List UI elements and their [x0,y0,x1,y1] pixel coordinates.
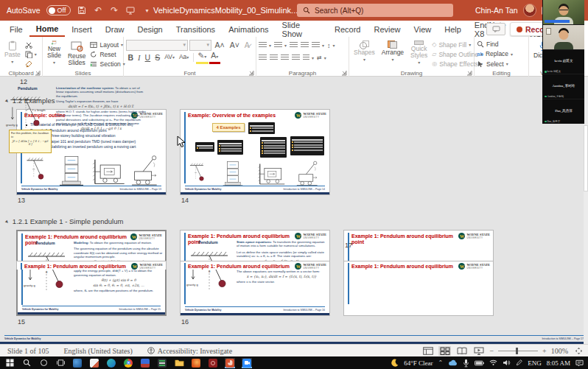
language-badge[interactable]: ENG [528,359,542,367]
align-left-button[interactable] [259,53,267,62]
mail-app-icon[interactable] [72,358,83,368]
smartart-button[interactable]: ⇄▾ [317,53,326,62]
search-input[interactable]: Search (Alt+Q) [297,4,453,17]
copy-button[interactable]: ▾ [25,50,37,58]
volume-icon[interactable] [503,359,511,366]
user-name[interactable]: Chin-An Tan [475,6,518,15]
clock[interactable]: 8:05 AM [547,359,570,367]
font-size-select[interactable] [189,40,211,51]
acrobat-icon[interactable] [208,358,218,368]
task-view-icon[interactable] [55,358,66,368]
participant-video-1[interactable] [543,0,584,25]
zoom-slider[interactable] [498,351,538,351]
paragraph-dialog-launcher[interactable] [341,70,347,76]
drawing-dialog-launcher[interactable] [466,70,472,76]
chrome-icon[interactable] [123,358,133,368]
shrink-font-button[interactable]: A˅ [228,41,241,50]
line-spacing-button[interactable]: ▾ [312,41,324,50]
participant-tile-4[interactable]: Auntina_李时玲 Auntina_李时玲 [543,74,584,99]
select-button[interactable]: Select▾ [477,60,513,68]
find-button[interactable]: Find [477,41,513,48]
bullets-button[interactable]: ▾ [259,41,271,50]
quick-access-chevron-icon[interactable]: ▾ [141,5,152,15]
pen-icon[interactable] [516,359,522,366]
tab-record[interactable]: Record [328,21,367,37]
redo-icon[interactable]: ↷ [109,5,119,15]
change-case-button[interactable]: Aa▾ [177,52,190,63]
slide-thumbnail-15[interactable]: Example 1: Pendulum around equilibrium p… [16,230,167,316]
comments-button[interactable] [486,23,505,35]
bold-button[interactable]: B [126,53,136,63]
format-painter-button[interactable] [25,60,37,68]
font-color-button[interactable]: A▾ [209,51,220,64]
slide-thumbnail-17[interactable]: Example 1: Pendulum around equilibrium p… [343,230,494,316]
zoom-level[interactable]: 100% [551,347,568,355]
participant-video-2[interactable] [543,25,584,50]
tab-insert[interactable]: Insert [65,21,99,37]
slide-counter[interactable]: Slide 1 of 105 [0,347,56,355]
wifi-icon[interactable] [489,359,497,366]
edge-icon[interactable] [106,358,116,368]
document-title[interactable]: VehicleDynamicsMobility_00_Simulink...▾ [153,0,304,21]
tab-slide-show[interactable]: Slide Show [276,21,328,37]
highlight-color-button[interactable]: ✎▾ [196,51,209,64]
align-center-button[interactable] [270,53,278,62]
tab-home[interactable]: Home [29,21,66,37]
matlab-icon[interactable] [191,358,201,368]
reset-button[interactable]: Reset [90,50,125,58]
save-icon[interactable] [77,5,87,15]
participant-tile-5[interactable]: Dan_高丹萍 Dan_高丹萍 [543,99,584,124]
paste-button[interactable]: Paste▾ [2,39,23,68]
clipboard-dialog-launcher[interactable] [35,70,41,76]
file-explorer-icon[interactable] [174,358,184,368]
slide-thumbnail-16[interactable]: Example 1: Pendulum around equilibrium p… [180,230,330,316]
autosave-toggle[interactable]: Off [46,5,71,15]
tab-review[interactable]: Review [368,21,407,37]
powerpoint-taskbar-icon[interactable] [225,358,235,368]
tab-animations[interactable]: Animations [222,21,275,37]
slide-thumbnail-20[interactable]: Example 1: Pendulum around equilibrium p… [343,261,494,270]
zoom-out-button[interactable]: − [489,347,494,355]
fit-to-window-button[interactable] [573,346,585,356]
numbering-button[interactable]: ▾ [274,41,287,50]
present-icon[interactable] [125,5,136,15]
scrollbar-thumb[interactable] [584,125,588,191]
text-direction-button[interactable]: ↕▾ [327,41,335,50]
section-header-example1[interactable]: ▶ 1.2.1 Example 1 - Simple pendulum [6,217,123,225]
cortana-icon[interactable] [38,358,49,368]
undo-icon[interactable]: ↶ [93,5,103,15]
strikethrough-button[interactable]: S [153,53,162,63]
font-dialog-launcher[interactable] [248,70,254,76]
start-button[interactable] [4,358,15,368]
layout-button[interactable]: Layout▾ [90,41,125,49]
notification-center-icon[interactable] [575,359,584,367]
slide-thumbnail-18[interactable]: Example 1: Pendulum around equilibrium p… [16,261,167,270]
tray-microphone-icon[interactable] [463,359,469,368]
normal-view-button[interactable] [421,346,434,356]
increase-indent-button[interactable] [301,41,309,50]
meeting-app-icon[interactable] [242,358,252,368]
taskbar-search-icon[interactable] [21,358,32,368]
document-app-icon[interactable] [89,358,99,368]
columns-button[interactable]: ▾ [303,53,314,62]
slide-thumbnail-14[interactable]: Example: Overview of the examples W WAYN… [180,109,330,195]
cut-button[interactable] [25,41,37,49]
character-spacing-button[interactable]: AV▾ [163,52,177,63]
italic-button[interactable]: I [136,53,143,63]
tab-file[interactable]: File [3,21,29,37]
tab-view[interactable]: View [407,21,438,37]
tab-transitions[interactable]: Transitions [169,21,222,37]
weather-text[interactable]: 64°F Clear [404,359,433,367]
remote-app-icon[interactable] [140,358,150,368]
new-slide-button[interactable]: New Slide▾ [45,39,63,68]
arrange-button[interactable]: Arrange▾ [379,39,406,68]
slide-sorter-view-button[interactable] [438,346,451,356]
align-right-button[interactable] [281,53,289,62]
justify-button[interactable] [292,53,300,62]
underline-button[interactable]: U [143,53,153,63]
tab-draw[interactable]: Draw [99,21,131,37]
tray-expand-chevron-icon[interactable]: ⌃ [438,359,444,366]
shapes-button[interactable]: Shapes▾ [351,39,377,68]
slide-thumbnail-19[interactable]: Example 1: Pendulum around equilibrium p… [180,261,330,270]
tab-help[interactable]: Help [438,21,468,37]
